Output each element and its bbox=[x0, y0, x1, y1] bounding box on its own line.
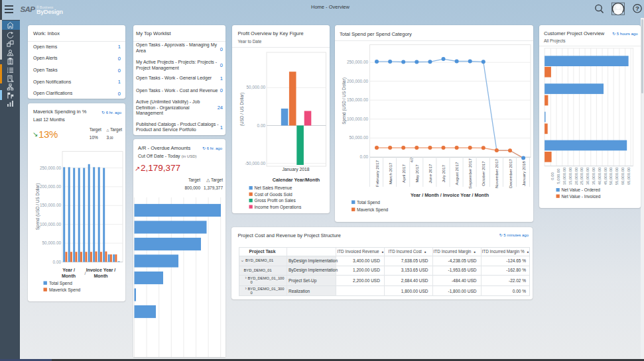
svg-text:Year /: Year / bbox=[62, 268, 75, 272]
svg-text:Net Value - Invoiced: Net Value - Invoiced bbox=[562, 194, 601, 199]
svg-text:55,000.00: 55,000.00 bbox=[615, 167, 619, 185]
svg-text:Total Spend: Total Spend bbox=[49, 281, 72, 286]
svg-text:Maverick Spend: Maverick Spend bbox=[49, 287, 81, 293]
svg-text:Net Sales Revenue: Net Sales Revenue bbox=[255, 185, 292, 190]
svg-text:(USD / US Dollar): (USD / US Dollar) bbox=[239, 93, 245, 126]
svg-text:25,000.00: 25,000.00 bbox=[580, 167, 584, 185]
svg-text:20,000.00: 20,000.00 bbox=[574, 167, 578, 185]
svg-text:February 2017: February 2017 bbox=[375, 160, 379, 187]
svg-text:65,000.00: 65,000.00 bbox=[627, 167, 631, 185]
svg-text:0.00: 0.00 bbox=[550, 172, 554, 180]
svg-text:50,000.00: 50,000.00 bbox=[42, 240, 62, 245]
svg-text:100,000.00: 100,000.00 bbox=[347, 117, 368, 121]
svg-text:Spend (USD / US Dollar): Spend (USD / US Dollar) bbox=[342, 77, 347, 125]
svg-text:Gross Profit on Sales: Gross Profit on Sales bbox=[255, 198, 296, 203]
svg-text:0.00: 0.00 bbox=[257, 123, 266, 128]
svg-text:45,000.00: 45,000.00 bbox=[604, 167, 608, 185]
svg-text:10,000.00: 10,000.00 bbox=[562, 167, 566, 185]
svg-text:Invoice Year /: Invoice Year / bbox=[86, 268, 116, 272]
svg-text:Total Spend: Total Spend bbox=[357, 200, 380, 205]
svg-text:40,000.00: 40,000.00 bbox=[598, 167, 602, 185]
svg-text:August 2017: August 2017 bbox=[454, 162, 459, 185]
svg-text:June 2017: June 2017 bbox=[428, 164, 432, 183]
svg-text:5,000.00: 5,000.00 bbox=[556, 168, 560, 184]
svg-text:Month: Month bbox=[94, 273, 108, 278]
svg-text:15,000.00: 15,000.00 bbox=[568, 167, 572, 185]
svg-text:50,000.00: 50,000.00 bbox=[247, 85, 266, 89]
svg-text:Calendar Year/Month: Calendar Year/Month bbox=[273, 177, 320, 183]
svg-text:250,000.00: 250,000.00 bbox=[40, 165, 61, 170]
svg-text:60,000.00: 60,000.00 bbox=[621, 167, 625, 185]
svg-text:4/7: 4/7 bbox=[410, 158, 414, 163]
svg-text:250,000.00: 250,000.00 bbox=[347, 60, 368, 64]
svg-text:Year / Month / Invoice Year /: Year / Month / Invoice Year / Month bbox=[411, 192, 489, 198]
svg-text:0.00: 0.00 bbox=[360, 154, 369, 159]
svg-text:100,000.00: 100,000.00 bbox=[40, 221, 61, 226]
svg-text:150,000.00: 150,000.00 bbox=[40, 203, 61, 207]
svg-text:50,000.00: 50,000.00 bbox=[350, 135, 369, 140]
svg-text:30,000.00: 30,000.00 bbox=[586, 167, 590, 185]
svg-text:Month: Month bbox=[62, 273, 76, 278]
svg-text:Net Value - Ordered: Net Value - Ordered bbox=[562, 187, 601, 192]
svg-text:December 2017: December 2017 bbox=[508, 158, 513, 188]
svg-text:October 2017: October 2017 bbox=[481, 161, 485, 186]
svg-text:200,000.00: 200,000.00 bbox=[347, 79, 368, 83]
svg-text:50,000.00: 50,000.00 bbox=[609, 167, 613, 185]
svg-text:-50,000.00: -50,000.00 bbox=[245, 161, 265, 166]
svg-text:January 2018: January 2018 bbox=[521, 161, 526, 186]
svg-text:150,000.00: 150,000.00 bbox=[347, 97, 368, 102]
svg-text:Income from Operations: Income from Operations bbox=[255, 205, 302, 210]
svg-text:March 2017: March 2017 bbox=[388, 162, 393, 184]
svg-text:January 2018: January 2018 bbox=[282, 167, 309, 172]
svg-text:July 2017: July 2017 bbox=[441, 164, 446, 182]
svg-text:September 2017: September 2017 bbox=[468, 158, 472, 189]
svg-text:Maverick Spend: Maverick Spend bbox=[357, 207, 389, 213]
svg-text:35,000.00: 35,000.00 bbox=[592, 167, 596, 185]
svg-text:April 2017: April 2017 bbox=[401, 164, 406, 183]
svg-text:200,000.00: 200,000.00 bbox=[40, 183, 61, 188]
svg-text:?: ? bbox=[635, 5, 639, 12]
svg-text:Cost of Goods Sold: Cost of Goods Sold bbox=[255, 192, 293, 197]
svg-text:Spend (USD / US Dollar): Spend (USD / US Dollar) bbox=[35, 183, 40, 230]
svg-text:0.00: 0.00 bbox=[53, 259, 62, 264]
svg-text:November 2017: November 2017 bbox=[494, 158, 499, 188]
svg-text:May 2017: May 2017 bbox=[415, 164, 419, 183]
